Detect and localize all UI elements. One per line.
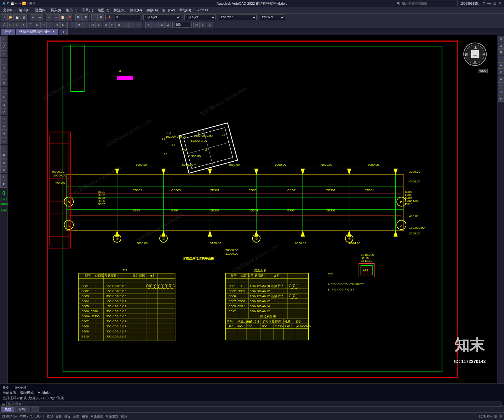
new-btn[interactable]: 🗋 xyxy=(1,14,7,20)
layout-tab-add[interactable]: + xyxy=(31,406,40,412)
pan-btn[interactable]: ✛ xyxy=(498,62,504,69)
mod-btn4[interactable]: ⊡ xyxy=(89,22,96,28)
tab-start[interactable]: 开始 xyxy=(1,29,15,35)
mod-btn2[interactable]: ⟳ xyxy=(76,22,83,28)
block-tool[interactable]: ⊡ xyxy=(0,159,7,166)
zoom-prev-btn[interactable]: ← xyxy=(498,56,504,62)
dim-btn1[interactable]: ↕ xyxy=(145,22,152,28)
cut-btn[interactable]: ✂ xyxy=(53,14,59,20)
open-btn[interactable]: 📂 xyxy=(7,14,14,20)
mod-btn10[interactable]: ⟨ xyxy=(129,22,135,28)
mod-btn7[interactable]: ✂ xyxy=(109,22,116,28)
dim-btn4[interactable]: ∡ xyxy=(165,22,171,28)
tab-close-icon[interactable]: ✕ xyxy=(52,30,55,33)
dim-tool[interactable]: ↔ xyxy=(0,87,7,94)
text-tool[interactable]: T xyxy=(0,72,7,79)
print-btn[interactable]: 🖨 xyxy=(20,14,27,20)
scale-tool[interactable]: ⤡ xyxy=(0,116,7,123)
layout-tab-1[interactable]: 布局1 xyxy=(15,406,30,412)
menu-help[interactable]: 帮助(H) xyxy=(177,8,193,13)
grid-btn[interactable]: ⊞ xyxy=(200,22,206,28)
polar-indicator[interactable]: 极轴 xyxy=(82,414,88,419)
osnap-indicator[interactable]: 对象捕捉 xyxy=(91,414,103,419)
lwt-indicator[interactable]: 线宽 xyxy=(121,414,127,419)
help-icon[interactable]: ? xyxy=(483,2,485,5)
trim-tool[interactable]: ✂ xyxy=(0,123,7,130)
lineweight-select[interactable]: ByColor xyxy=(260,14,285,20)
zoom-out-btn[interactable]: 🔎 xyxy=(82,14,88,20)
snap-indicator[interactable]: 捕捉 xyxy=(64,414,71,419)
zoom-window-btn[interactable]: ⊡ xyxy=(498,43,504,49)
tab-add[interactable]: + xyxy=(59,29,68,35)
ortho-btn[interactable]: ⊥ xyxy=(207,22,213,28)
zoom-pan-btn[interactable]: ⊕ xyxy=(498,36,504,42)
model-indicator[interactable]: 模型 xyxy=(47,414,53,419)
maximize-btn[interactable]: □ xyxy=(494,1,496,6)
line-tool[interactable]: ╱ xyxy=(0,43,7,50)
explode-tool[interactable]: ⊕ xyxy=(0,166,7,173)
copy-btn[interactable]: 📋 xyxy=(59,14,66,20)
arc-tool[interactable]: ⌒ xyxy=(0,58,7,65)
menu-tools[interactable]: 工具(T) xyxy=(80,8,95,13)
rotate-tool[interactable]: ⟳ xyxy=(0,108,7,115)
full-nav-btn[interactable]: ◈ xyxy=(498,95,504,102)
menu-modify[interactable]: 修改(M) xyxy=(128,8,144,13)
otrack-indicator[interactable]: 对象追踪 xyxy=(106,414,118,419)
mod-btn6[interactable]: ⊗ xyxy=(103,22,109,28)
draw-btn2[interactable]: □ xyxy=(7,22,14,28)
draw-btn5[interactable]: ⌒ xyxy=(27,22,33,28)
canvas-area[interactable]: 知末网www.znzmo.com 知末网www.znzmo.com 知末网www… xyxy=(8,35,497,383)
close-btn[interactable]: ✕ xyxy=(498,1,501,6)
menu-edit[interactable]: 编辑(E) xyxy=(17,8,32,13)
menu-dim[interactable]: 标注(N) xyxy=(112,8,127,13)
draw-btn6[interactable]: S xyxy=(34,22,40,28)
layer-select[interactable]: ByLayer xyxy=(143,14,181,20)
dim-btn3[interactable]: ⌀ xyxy=(158,22,165,28)
layer-tool[interactable]: L xyxy=(0,174,7,181)
draw-btn10[interactable]: ⊕ xyxy=(60,22,66,28)
minimize-btn[interactable]: — xyxy=(487,1,491,6)
ortho-indicator[interactable]: 正交 xyxy=(73,414,79,419)
zoom-in-btn[interactable]: 🔍 xyxy=(75,14,82,20)
linetype-select[interactable]: ByLayer xyxy=(219,14,257,20)
color-select[interactable]: ByLayer xyxy=(184,14,216,20)
mod-btn9[interactable]: ∟ xyxy=(123,22,129,28)
fillet-tool[interactable]: ∟ xyxy=(0,137,7,144)
menu-param[interactable]: 参数(A) xyxy=(145,8,160,13)
nav-bar-btn[interactable]: ≡ xyxy=(498,82,504,89)
draw-btn1[interactable]: ╱ xyxy=(1,22,7,28)
orbit-btn[interactable]: ⊙ xyxy=(498,89,504,95)
menu-express[interactable]: Express xyxy=(193,8,210,12)
mod-btn8[interactable]: ⊘ xyxy=(116,22,122,28)
properties-btn[interactable]: P xyxy=(98,14,104,20)
chamfer-tool[interactable]: ∠ xyxy=(0,145,7,152)
menu-format[interactable]: 格式(O) xyxy=(64,8,79,13)
array-tool[interactable]: ⊞ xyxy=(0,152,7,159)
copy-tool[interactable]: ⧉ xyxy=(0,101,7,108)
view-cube-btn[interactable]: ⊿ xyxy=(498,76,504,82)
tab-drawing[interactable]: 钢结构别墅结构图一 ✕ xyxy=(16,29,58,35)
draw-btn3[interactable]: ○ xyxy=(14,22,20,28)
draw-btn7[interactable]: ⋯ xyxy=(40,22,47,28)
redo-btn[interactable]: ↪ xyxy=(37,14,43,20)
mod-btn11[interactable]: ⟩ xyxy=(136,22,142,28)
match-btn[interactable]: ≡ xyxy=(46,14,52,20)
extend-tool[interactable]: ⊣ xyxy=(0,130,7,137)
undo-btn[interactable]: ↩ xyxy=(30,14,36,20)
layout-tab-model[interactable]: 模型 xyxy=(1,406,14,412)
menu-view[interactable]: 视图(V) xyxy=(33,8,49,13)
command-input[interactable] xyxy=(6,401,501,407)
mod-btn5[interactable]: ⊞ xyxy=(96,22,102,28)
mod-btn1[interactable]: ↔ xyxy=(70,22,76,28)
hatch-tool[interactable]: ▨ xyxy=(0,79,7,86)
save-btn[interactable]: 💾 xyxy=(14,14,20,20)
zoom-ext-btn[interactable]: ⊞ xyxy=(498,49,504,55)
paste-btn[interactable]: 📌 xyxy=(66,14,72,20)
prop-tool[interactable]: P xyxy=(0,181,7,188)
draw-btn4[interactable]: ∧ xyxy=(20,22,27,28)
zoom-input[interactable] xyxy=(175,22,190,28)
snap-btn[interactable]: ⊠ xyxy=(193,22,200,28)
grid-indicator[interactable]: 栅格 xyxy=(55,414,62,419)
menu-insert[interactable]: 插入(I) xyxy=(49,8,63,13)
steering-btn[interactable]: ◎ xyxy=(498,69,504,75)
